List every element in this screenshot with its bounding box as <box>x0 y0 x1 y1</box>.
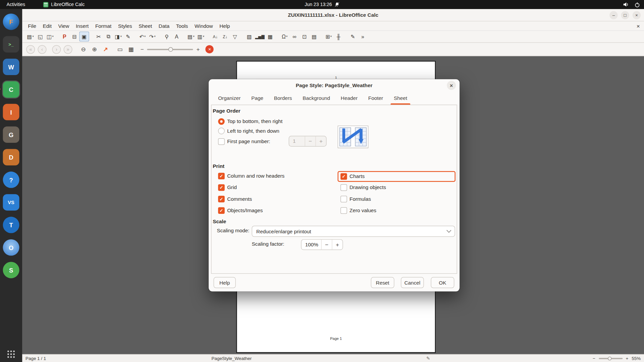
freeze-rows-columns-icon[interactable]: ⊞ <box>324 32 333 41</box>
zoom-slider-handle[interactable] <box>608 356 611 360</box>
autofilter-icon[interactable]: ▽ <box>230 32 240 41</box>
scaling-factor-spinner[interactable]: 100% − + <box>301 239 343 250</box>
tab-header[interactable]: Header <box>335 92 363 105</box>
active-app-menu[interactable]: LibreOffice Calc <box>43 2 85 7</box>
last-page-icon[interactable]: » <box>64 45 72 54</box>
scaling-mode-select[interactable]: Reduce/enlarge printout <box>252 226 455 237</box>
undo-icon[interactable]: ↶ <box>138 32 147 41</box>
zoom-level[interactable]: 55% <box>632 356 641 361</box>
menu-styles[interactable]: Styles <box>115 22 135 30</box>
page-style-status[interactable]: PageStyle_Weather <box>212 356 252 361</box>
first-page-number-spinner[interactable]: 1 − + <box>289 136 327 146</box>
full-screen-icon[interactable]: ↗ <box>101 44 110 54</box>
dock-firefox[interactable]: F <box>3 13 19 30</box>
menu-help[interactable]: Help <box>216 22 233 30</box>
special-character-icon[interactable]: Ω <box>280 32 289 41</box>
zoom-in-icon[interactable]: ⊕ <box>90 44 99 54</box>
checkbox-objects-images[interactable]: Objects/Images <box>218 207 263 214</box>
maximize-button[interactable]: □ <box>621 11 629 19</box>
checkbox-column-and-row-headers[interactable]: Column and row headers <box>218 172 284 180</box>
menu-view[interactable]: View <box>55 22 73 30</box>
tab-organizer[interactable]: Organizer <box>213 92 246 105</box>
slider-track[interactable] <box>147 49 193 50</box>
spin-plus-icon[interactable]: + <box>332 240 342 249</box>
clone-formatting-icon[interactable]: ✎ <box>123 32 133 41</box>
print-icon[interactable]: ⊟ <box>69 32 79 41</box>
checkbox-first-page-number[interactable]: First page number: <box>218 138 270 145</box>
dock-libreoffice-writer[interactable]: W <box>3 59 19 75</box>
help-button[interactable]: Help <box>214 277 236 288</box>
export-pdf-icon[interactable]: P <box>60 32 69 41</box>
dialog-titlebar[interactable]: Page Style: PageStyle_Weather × <box>209 79 460 92</box>
sort-ascending-icon[interactable]: A↓ <box>210 32 220 41</box>
first-page-icon[interactable]: « <box>26 45 35 54</box>
cancel-button[interactable]: Cancel <box>401 277 424 288</box>
tab-borders[interactable]: Borders <box>269 92 297 105</box>
dock-libreoffice-impress[interactable]: I <box>3 104 19 120</box>
find-replace-icon[interactable]: ⚲ <box>162 32 171 41</box>
tab-sheet[interactable]: Sheet <box>388 92 413 105</box>
sort-descending-icon[interactable]: Z↓ <box>220 32 230 41</box>
radio-left-to-right-then-down[interactable]: Left to right, then down <box>218 127 279 135</box>
next-page-icon[interactable]: › <box>52 45 61 54</box>
dialog-close-icon[interactable]: × <box>447 81 456 90</box>
activities-button[interactable]: Activities <box>7 2 25 7</box>
volume-icon[interactable] <box>623 2 629 7</box>
menu-file[interactable]: File <box>24 22 39 30</box>
print-preview-icon[interactable]: ▣ <box>79 32 89 41</box>
menu-edit[interactable]: Edit <box>40 22 55 30</box>
scaling-grid-icon[interactable]: ▦ <box>126 44 136 54</box>
zoom-out-button[interactable]: − <box>593 356 595 361</box>
slider-handle[interactable] <box>168 47 173 51</box>
macros-icon[interactable]: » <box>358 32 368 41</box>
checkbox-formulas[interactable]: Formulas <box>340 195 371 203</box>
open-icon[interactable]: ◱ <box>35 32 45 41</box>
titlebar[interactable]: ZUIXIN1111111.xlsx - LibreOffice Calc – … <box>22 9 644 21</box>
close-document-icon[interactable]: × <box>637 23 640 29</box>
format-page-margins-icon[interactable]: ▭ <box>115 44 125 54</box>
headers-footers-icon[interactable]: ▤ <box>309 32 319 41</box>
dock-libreoffice-calc[interactable]: C <box>3 81 19 98</box>
zoom-slider[interactable] <box>599 358 623 359</box>
dock-terminal[interactable]: >_ <box>3 36 19 53</box>
redo-icon[interactable]: ↷ <box>148 32 157 41</box>
spelling-icon[interactable]: A <box>172 32 181 41</box>
checkbox-charts[interactable]: Charts <box>340 173 365 180</box>
minimize-button[interactable]: – <box>609 11 618 19</box>
tab-background[interactable]: Background <box>297 92 335 105</box>
columns-icon[interactable]: ▥ <box>196 32 206 41</box>
reset-button[interactable]: Reset <box>371 277 394 288</box>
dock-vscode[interactable]: VS <box>3 194 19 210</box>
insert-image-icon[interactable]: ▧ <box>245 32 254 41</box>
dock-help[interactable]: ? <box>3 172 19 188</box>
cut-icon[interactable]: ✂ <box>94 32 103 41</box>
split-window-icon[interactable]: ╫ <box>333 32 343 41</box>
comment-icon[interactable]: ⊡ <box>300 32 309 41</box>
new-icon[interactable]: ▤ <box>25 32 35 41</box>
dock-thunderbird[interactable]: T <box>3 217 19 233</box>
radio-top-to-bottom-then-right[interactable]: Top to bottom, then right <box>218 118 282 125</box>
previous-page-icon[interactable]: ‹ <box>38 45 47 54</box>
paste-icon[interactable]: ◨ <box>113 32 123 41</box>
menu-data[interactable]: Data <box>155 22 173 30</box>
menu-sheet[interactable]: Sheet <box>135 22 155 30</box>
tab-page[interactable]: Page <box>246 92 269 105</box>
rows-icon[interactable]: ▤ <box>186 32 196 41</box>
power-icon[interactable] <box>635 2 640 7</box>
spin-plus-icon[interactable]: + <box>315 136 326 146</box>
menu-format[interactable]: Format <box>92 22 115 30</box>
spin-minus-icon[interactable]: − <box>321 240 332 249</box>
dock-gimp[interactable]: G <box>3 126 19 143</box>
edit-mode-icon[interactable]: ✎ <box>426 356 430 361</box>
ok-button[interactable]: OK <box>431 277 454 288</box>
menu-insert[interactable]: Insert <box>72 22 92 30</box>
checkbox-drawing-objects[interactable]: Drawing objects <box>340 184 386 191</box>
dock-chromium[interactable]: O <box>3 239 19 256</box>
preview-scale-slider[interactable]: − + <box>141 46 200 53</box>
spin-minus-icon[interactable]: − <box>305 136 316 146</box>
slider-minus-icon[interactable]: − <box>141 46 144 53</box>
copy-icon[interactable]: ⧉ <box>104 32 113 41</box>
close-preview-button[interactable]: × <box>206 45 214 53</box>
checkbox-comments[interactable]: Comments <box>218 195 252 203</box>
dock-software-updater[interactable]: S <box>3 262 19 278</box>
